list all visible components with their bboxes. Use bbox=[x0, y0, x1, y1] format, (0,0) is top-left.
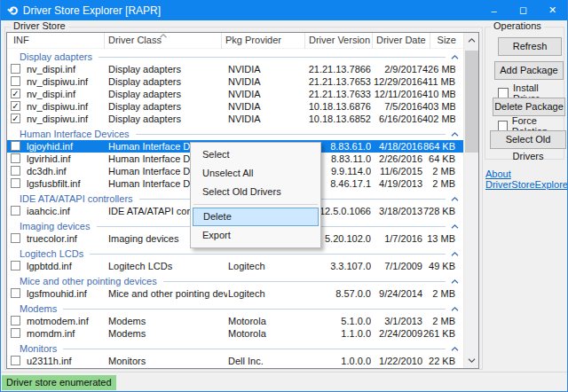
driver-group: Mice and other pointing deviceslgsfmouhi… bbox=[7, 275, 463, 300]
add-package-button[interactable]: Add Package bbox=[494, 61, 564, 80]
driver-date-cell: 4/19/2013 bbox=[373, 177, 422, 190]
about-link[interactable]: About DriverStoreExplorer bbox=[485, 169, 568, 190]
group-header[interactable]: Logitech LCDs bbox=[7, 247, 463, 260]
close-button[interactable]: ✕ bbox=[538, 0, 567, 20]
list-header: INF Driver Class Pkg Provider Driver Ver… bbox=[7, 33, 463, 49]
row-checkbox[interactable]: ✓ bbox=[11, 101, 20, 111]
scroll-down-icon[interactable] bbox=[464, 354, 479, 367]
collapse-chevron-icon[interactable] bbox=[451, 223, 461, 229]
menu-item-select[interactable]: Select bbox=[193, 145, 319, 164]
driver-row[interactable]: u2311h.infMonitorsDell Inc.1.0.0.01/22/2… bbox=[7, 355, 463, 367]
pkg-provider-cell: NVIDIA bbox=[228, 75, 304, 88]
row-checkbox[interactable]: ✓ bbox=[11, 114, 20, 123]
col-header-driver-class[interactable]: Driver Class bbox=[105, 33, 222, 49]
driver-row[interactable]: nv_dispi.infDisplay adaptersNVIDIA21.21.… bbox=[7, 63, 463, 75]
menu-item-delete[interactable]: Delete bbox=[193, 208, 319, 226]
size-cell: 410 MB bbox=[422, 88, 455, 100]
inf-cell: iaahcic.inf bbox=[27, 205, 106, 217]
row-checkbox[interactable] bbox=[11, 328, 20, 338]
driver-date-cell: 3/1/2013 bbox=[373, 315, 422, 327]
driver-date-cell: 2/9/2017 bbox=[373, 63, 422, 75]
size-cell: 402 MB bbox=[422, 113, 455, 125]
driver-class-cell: Display adapters bbox=[108, 88, 227, 100]
collapse-chevron-icon[interactable] bbox=[451, 54, 461, 59]
driver-row[interactable]: momdm.infModemsMotorola1.1.0.02/24/20092… bbox=[7, 327, 463, 340]
vertical-scrollbar[interactable] bbox=[463, 33, 478, 368]
driver-version-cell: 8.57.0.0 bbox=[300, 287, 371, 300]
group-header[interactable]: Mice and other pointing devices bbox=[7, 275, 463, 287]
row-checkbox[interactable]: ✓ bbox=[11, 89, 20, 98]
driver-row[interactable]: lgsfmouhid.infMice and other pointing de… bbox=[7, 287, 463, 300]
size-cell: 2 MB bbox=[422, 287, 455, 300]
pkg-provider-cell: Motorola bbox=[228, 327, 304, 340]
driver-row[interactable]: ✓nv_dispi.infDisplay adaptersNVIDIA21.21… bbox=[7, 88, 463, 100]
collapse-chevron-icon[interactable] bbox=[451, 196, 461, 201]
collapse-chevron-icon[interactable] bbox=[451, 278, 461, 284]
driver-class-cell: Modems bbox=[108, 327, 227, 340]
collapse-chevron-icon[interactable] bbox=[451, 346, 461, 351]
menu-separator bbox=[193, 204, 318, 205]
row-checkbox[interactable] bbox=[11, 153, 20, 163]
group-underline bbox=[99, 57, 446, 58]
row-checkbox[interactable] bbox=[11, 233, 20, 243]
driver-group: Modemsmotmodem.infModemsMotorola5.1.0.03… bbox=[7, 302, 463, 340]
driver-date-cell: 2/26/2016 bbox=[373, 153, 422, 165]
inf-cell: lgsfusbfilt.inf bbox=[27, 177, 106, 190]
pkg-provider-cell: Motorola bbox=[228, 315, 304, 327]
row-checkbox[interactable] bbox=[11, 261, 20, 270]
driver-version-cell: 10.18.13.6852 bbox=[300, 113, 371, 125]
menu-item-select-old-drivers[interactable]: Select Old Drivers bbox=[193, 183, 319, 201]
driver-row[interactable]: ✓nv_dispiwu.infDisplay adaptersNVIDIA10.… bbox=[7, 113, 463, 125]
driver-date-cell: 2/24/2009 bbox=[373, 327, 422, 340]
group-header[interactable]: Human Interface Devices bbox=[7, 128, 463, 140]
driver-class-cell: Modems bbox=[108, 315, 227, 327]
col-header-pkg-provider[interactable]: Pkg Provider bbox=[222, 33, 305, 49]
row-checkbox[interactable] bbox=[11, 206, 20, 216]
minimize-button[interactable]: – bbox=[479, 0, 509, 20]
driver-row[interactable]: lgpbtdd.infLogitech LCDsLogitech3.3.107.… bbox=[7, 260, 463, 272]
collapse-chevron-icon[interactable] bbox=[451, 306, 461, 311]
col-header-inf[interactable]: INF bbox=[7, 33, 105, 49]
maximize-button[interactable]: ◻ bbox=[509, 0, 538, 20]
row-checkbox[interactable] bbox=[11, 356, 20, 365]
row-checkbox[interactable] bbox=[11, 316, 20, 325]
inf-cell: momdm.inf bbox=[27, 327, 106, 340]
col-header-size[interactable]: Size bbox=[430, 33, 463, 49]
col-header-driver-version[interactable]: Driver Version bbox=[305, 33, 373, 49]
driver-row[interactable]: ✓nv_dispiwu.infDisplay adaptersNVIDIA10.… bbox=[7, 100, 463, 113]
row-checkbox[interactable] bbox=[11, 141, 20, 151]
group-underline bbox=[63, 349, 446, 349]
collapse-chevron-icon[interactable] bbox=[451, 251, 461, 256]
group-header[interactable]: Monitors bbox=[7, 342, 463, 355]
group-header[interactable]: Display adapters bbox=[7, 51, 463, 63]
driver-group: Display adaptersnv_dispi.infDisplay adap… bbox=[7, 51, 463, 125]
size-cell: 2 MB bbox=[422, 315, 455, 327]
driver-row[interactable]: nv_dispiwu.infDisplay adaptersNVIDIA21.2… bbox=[7, 75, 463, 88]
size-cell: 2 MB bbox=[422, 177, 455, 190]
scroll-up-icon[interactable] bbox=[464, 34, 479, 47]
col-header-driver-date[interactable]: Driver Date bbox=[373, 33, 430, 49]
menu-item-unselect-all[interactable]: Unselect All bbox=[193, 164, 319, 183]
menu-item-export[interactable]: Export bbox=[193, 226, 319, 245]
select-old-drivers-button[interactable]: Select Old Drivers bbox=[490, 130, 566, 149]
operations-label: Operations bbox=[491, 20, 544, 31]
group-title: Logitech LCDs bbox=[20, 247, 83, 260]
delete-package-button[interactable]: Delete Package bbox=[493, 98, 565, 116]
row-checkbox[interactable] bbox=[11, 64, 20, 74]
driver-version-cell: 10.18.13.6876 bbox=[300, 100, 371, 113]
inf-cell: nv_dispiwu.inf bbox=[27, 75, 106, 88]
refresh-button[interactable]: Refresh bbox=[498, 37, 562, 56]
driver-version-cell: 21.21.13.7633 bbox=[300, 88, 371, 100]
pkg-provider-cell: NVIDIA bbox=[228, 88, 304, 100]
size-cell: 64 KB bbox=[422, 153, 455, 165]
group-header[interactable]: Modems bbox=[7, 302, 463, 315]
size-cell: 728 KB bbox=[422, 205, 455, 217]
group-underline bbox=[90, 254, 446, 255]
row-checkbox[interactable] bbox=[11, 76, 20, 86]
scrollbar-thumb[interactable] bbox=[465, 51, 478, 153]
driver-row[interactable]: motmodem.infModemsMotorola5.1.0.03/1/201… bbox=[7, 315, 463, 327]
row-checkbox[interactable] bbox=[11, 166, 20, 176]
row-checkbox[interactable] bbox=[11, 178, 20, 188]
collapse-chevron-icon[interactable] bbox=[451, 131, 461, 137]
row-checkbox[interactable] bbox=[11, 288, 20, 298]
